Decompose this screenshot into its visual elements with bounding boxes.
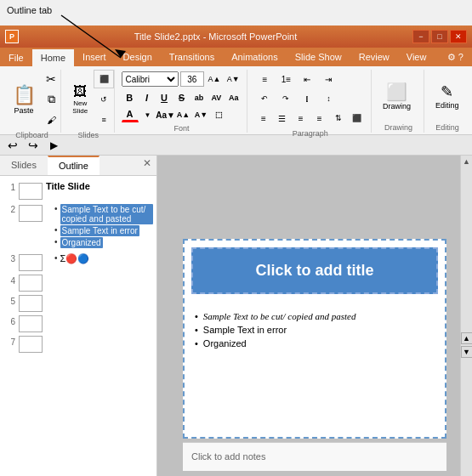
justify-button[interactable]: ≡: [310, 109, 328, 128]
smart-art-button[interactable]: ⬛: [348, 109, 366, 128]
line-spacing-button[interactable]: ↕: [318, 89, 338, 108]
text-direction-button[interactable]: ⇅: [329, 109, 347, 128]
paste-button[interactable]: 📋 Paste: [9, 82, 39, 117]
left-panel: Slides Outline ✕ 1 Title Slide 2: [0, 156, 157, 476]
new-slide-label: NewSlide: [72, 99, 88, 115]
slide-num-6: 6: [3, 317, 15, 326]
font-aa-button[interactable]: Aa▼: [157, 107, 174, 122]
slide5-thumb: [19, 295, 43, 312]
font-name-select[interactable]: Calibri: [122, 71, 179, 87]
start-presentation-button[interactable]: ▶: [44, 138, 63, 153]
section-button[interactable]: ≡: [94, 110, 114, 129]
increase-font-button[interactable]: A▲: [206, 70, 223, 88]
align-left-button[interactable]: ≡: [254, 109, 272, 128]
outline-tab[interactable]: Outline: [48, 156, 100, 175]
shadow-button[interactable]: ab: [191, 90, 207, 105]
font-color-button[interactable]: A: [122, 107, 139, 122]
bullets-button[interactable]: ≡: [254, 70, 275, 88]
tab-view[interactable]: View: [398, 48, 435, 66]
panel-close-button[interactable]: ✕: [138, 156, 156, 175]
para-row1: ≡ 1≡ ⇤ ⇥: [254, 70, 366, 88]
columns-button[interactable]: ⫿: [297, 89, 317, 108]
slide-title-placeholder[interactable]: Click to add title: [191, 247, 438, 294]
outline-item-2[interactable]: 2 • Sample Text to be cut/ copied and pa…: [0, 201, 156, 251]
slide-area-scrollbar[interactable]: ▲ ▲ ▼ ▼: [460, 156, 472, 476]
font-group: Calibri A▲ A▼ B I U S ab AV Aa: [117, 70, 248, 133]
clear-format-button[interactable]: Aa: [225, 90, 242, 105]
tab-file[interactable]: File: [0, 48, 32, 66]
next-slide-button[interactable]: ▼: [461, 346, 473, 358]
outline-item-1[interactable]: 1 Title Slide: [0, 179, 156, 201]
increase-indent-button[interactable]: ⇥: [318, 70, 338, 88]
font-color-dropdown[interactable]: ▼: [139, 107, 156, 122]
outline-item-5[interactable]: 5: [0, 293, 156, 314]
format-painter-button[interactable]: 🖌: [41, 110, 61, 129]
strikethrough-button[interactable]: S: [173, 90, 190, 105]
slide-bullet-2: • Sample Text in error: [195, 325, 435, 335]
italic-button[interactable]: I: [139, 90, 155, 105]
tab-transitions[interactable]: Transitions: [161, 48, 223, 66]
outline-item-7[interactable]: 7: [0, 334, 156, 354]
window-controls[interactable]: − □ ✕: [412, 30, 467, 43]
cut-button[interactable]: ✂: [41, 70, 61, 88]
para-row3: ≡ ☰ ≡ ≡ ⇅ ⬛: [254, 109, 366, 128]
close-button[interactable]: ✕: [450, 30, 467, 43]
slide2-bullets: • Sample Text to be cut/ copied and past…: [46, 203, 153, 249]
redo-button[interactable]: ↪: [24, 138, 43, 153]
new-slide-button[interactable]: 🖼 NewSlide: [68, 82, 92, 117]
clipboard-group-content: 📋 Paste ✂ ⧉ 🖌: [9, 70, 55, 129]
slides-label: Slides: [68, 131, 108, 140]
editing-button[interactable]: ✎ Editing: [431, 80, 463, 112]
tab-help-icon[interactable]: ⚙ ?: [439, 48, 472, 66]
editing-group-content: ✎ Editing: [431, 70, 463, 122]
prev-slide-button[interactable]: ▲: [461, 332, 473, 344]
char-replace-button[interactable]: ⬚: [211, 107, 228, 122]
decrease-indent-button[interactable]: ⇤: [297, 70, 317, 88]
outline-item-4[interactable]: 4: [0, 273, 156, 293]
slide-num-7: 7: [3, 337, 15, 347]
slide3-content: • Σ🔴🔵: [19, 252, 153, 271]
slide-bullet-text-1: Sample Text to be cut/ copied and pasted: [203, 311, 356, 321]
reset-button[interactable]: ↺: [94, 90, 114, 109]
font-color-control: A ▼: [122, 107, 156, 122]
maximize-button[interactable]: □: [431, 30, 448, 43]
decrease-font-button[interactable]: A▼: [225, 70, 242, 88]
drawing-icon: ⬜: [386, 82, 407, 102]
ltr-button[interactable]: ↷: [276, 89, 296, 108]
align-center-button[interactable]: ☰: [273, 109, 291, 128]
outline-item-3[interactable]: 3 • Σ🔴🔵: [0, 251, 156, 273]
layout-button[interactable]: ⬛: [94, 70, 114, 88]
slide-bullet-3: • Organized: [195, 338, 435, 348]
slides-tab[interactable]: Slides: [0, 156, 48, 175]
font-size-input[interactable]: [180, 71, 204, 87]
rtl-button[interactable]: ↶: [254, 89, 275, 108]
slide-container[interactable]: Click to add title • Sample Text to be c…: [183, 239, 446, 439]
slide1-thumb: [19, 183, 43, 200]
notes-area[interactable]: Click to add notes: [183, 442, 446, 471]
slide3-thumb: [19, 254, 43, 271]
svg-marker-1: [115, 49, 126, 58]
minimize-button[interactable]: −: [412, 30, 429, 43]
slide-num-4: 4: [3, 276, 15, 286]
slide-num-3: 3: [3, 254, 15, 264]
numbering-button[interactable]: 1≡: [276, 70, 296, 88]
drawing-button[interactable]: ⬜ Drawing: [378, 79, 415, 113]
paragraph-label: Paragraph: [254, 129, 366, 139]
tab-review[interactable]: Review: [350, 48, 398, 66]
caps-button[interactable]: A▲: [175, 107, 192, 122]
scroll-up-button[interactable]: ▲: [463, 157, 470, 166]
tab-animations[interactable]: Animations: [223, 48, 286, 66]
undo-button[interactable]: ↩: [3, 138, 22, 153]
slide-layout-buttons: ⬛ ↺ ≡: [94, 70, 114, 129]
sub-sup-button[interactable]: A▼: [193, 107, 210, 122]
paragraph-controls: ≡ 1≡ ⇤ ⇥ ↶ ↷ ⫿ ↕ ≡ ☰ ≡ ≡: [254, 70, 366, 128]
align-right-button[interactable]: ≡: [292, 109, 310, 128]
copy-button[interactable]: ⧉: [41, 90, 61, 109]
outline-item-6[interactable]: 6: [0, 314, 156, 334]
slide2-content: • Sample Text to be cut/ copied and past…: [19, 203, 153, 249]
char-spacing-button[interactable]: AV: [208, 90, 225, 105]
underline-button[interactable]: U: [156, 90, 172, 105]
tab-slideshow[interactable]: Slide Show: [287, 48, 350, 66]
bold-button[interactable]: B: [122, 90, 138, 105]
svg-line-0: [61, 15, 121, 58]
